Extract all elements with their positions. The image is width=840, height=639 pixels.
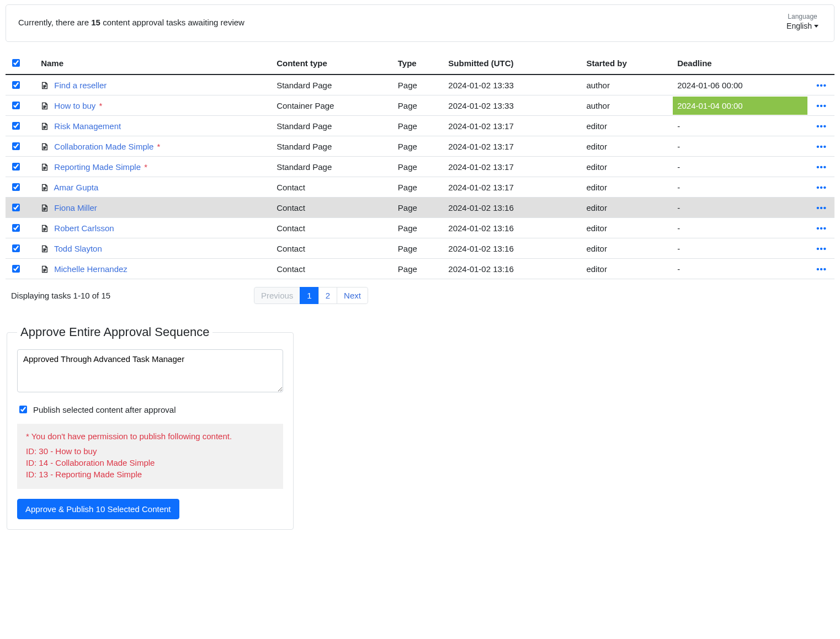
cell-deadline: - <box>673 116 807 136</box>
tasks-table: Name Content type Type Submitted (UTC) S… <box>6 52 834 279</box>
table-row: Fiona Miller Contact Page 2024-01-02 13:… <box>6 198 834 218</box>
cell-content-type: Contact <box>272 218 394 238</box>
cell-deadline: - <box>673 136 807 157</box>
item-link[interactable]: Reporting Made Simple <box>54 162 141 172</box>
cell-deadline: - <box>673 157 807 177</box>
warning-item: ID: 30 - How to buy <box>26 446 274 456</box>
cell-content-type: Contact <box>272 259 394 279</box>
publish-after-approval-label[interactable]: Publish selected content after approval <box>33 405 176 414</box>
flag-marker: * <box>157 142 161 151</box>
row-checkbox[interactable] <box>12 224 20 232</box>
row-actions-button[interactable]: ••• <box>812 81 830 90</box>
column-content-type[interactable]: Content type <box>272 52 394 74</box>
cell-deadline: - <box>673 218 807 238</box>
pager-page-1[interactable]: 1 <box>300 287 318 304</box>
cell-deadline: - <box>673 238 807 259</box>
row-checkbox[interactable] <box>12 183 20 191</box>
cell-type: Page <box>394 136 444 157</box>
cell-submitted: 2024-01-02 13:16 <box>444 259 582 279</box>
cell-type: Page <box>394 238 444 259</box>
approve-publish-button[interactable]: Approve & Publish 10 Selected Content <box>17 499 179 519</box>
cell-deadline: 2024-01-06 00:00 <box>673 74 807 95</box>
row-actions-button[interactable]: ••• <box>812 244 830 253</box>
table-row: Risk Management Standard Page Page 2024-… <box>6 116 834 136</box>
select-all-checkbox[interactable] <box>12 59 20 67</box>
row-checkbox[interactable] <box>12 204 20 211</box>
table-row: Reporting Made Simple * Standard Page Pa… <box>6 157 834 177</box>
row-actions-button[interactable]: ••• <box>812 223 830 233</box>
row-checkbox[interactable] <box>12 142 20 150</box>
deadline-value: 2024-01-04 00:00 <box>673 97 807 115</box>
summary-suffix: content approval tasks awaiting review <box>100 18 244 27</box>
cell-submitted: 2024-01-02 13:33 <box>444 74 582 95</box>
warning-item: ID: 13 - Reporting Made Simple <box>26 470 274 479</box>
row-checkbox[interactable] <box>12 102 20 109</box>
row-actions-button[interactable]: ••• <box>812 264 830 274</box>
column-deadline[interactable]: Deadline <box>673 52 807 74</box>
item-link[interactable]: Find a reseller <box>54 81 107 90</box>
cell-type: Page <box>394 218 444 238</box>
publish-after-approval-checkbox[interactable] <box>19 406 27 413</box>
row-actions-button[interactable]: ••• <box>812 183 830 192</box>
item-link[interactable]: Amar Gupta <box>54 183 98 192</box>
row-checkbox[interactable] <box>12 163 20 171</box>
deadline-value: - <box>677 183 680 192</box>
pager-status: Displaying tasks 1-10 of 15 <box>11 291 232 300</box>
column-checkbox <box>6 52 36 74</box>
item-link[interactable]: Risk Management <box>54 121 121 131</box>
column-submitted[interactable]: Submitted (UTC) <box>444 52 582 74</box>
item-link[interactable]: Robert Carlsson <box>54 223 114 233</box>
cell-submitted: 2024-01-02 13:16 <box>444 198 582 218</box>
cell-content-type: Standard Page <box>272 116 394 136</box>
row-checkbox[interactable] <box>12 81 20 89</box>
approval-comment-input[interactable] <box>17 349 283 392</box>
row-actions-button[interactable]: ••• <box>812 101 830 110</box>
row-checkbox[interactable] <box>12 122 20 130</box>
cell-started-by: editor <box>582 116 673 136</box>
cell-content-type: Standard Page <box>272 157 394 177</box>
item-link[interactable]: Fiona Miller <box>54 203 97 212</box>
column-actions <box>807 52 834 74</box>
pager-previous[interactable]: Previous <box>254 287 300 304</box>
deadline-value: - <box>677 244 680 253</box>
cell-deadline: 2024-01-04 00:00 <box>673 95 807 116</box>
column-name[interactable]: Name <box>36 52 272 74</box>
table-row: Find a reseller Standard Page Page 2024-… <box>6 74 834 95</box>
item-link[interactable]: How to buy <box>54 101 95 110</box>
row-actions-button[interactable]: ••• <box>812 142 830 151</box>
cell-content-type: Contact <box>272 198 394 218</box>
cell-content-type: Contact <box>272 177 394 198</box>
table-row: How to buy * Container Page Page 2024-01… <box>6 95 834 116</box>
page-icon <box>41 245 49 253</box>
column-type[interactable]: Type <box>394 52 444 74</box>
page-icon <box>41 143 49 151</box>
cell-content-type: Standard Page <box>272 74 394 95</box>
language-toggle[interactable]: English <box>783 20 822 31</box>
row-actions-button[interactable]: ••• <box>812 162 830 172</box>
cell-started-by: editor <box>582 259 673 279</box>
row-checkbox[interactable] <box>12 244 20 252</box>
cell-content-type: Standard Page <box>272 136 394 157</box>
pager-next[interactable]: Next <box>337 287 368 304</box>
cell-deadline: - <box>673 259 807 279</box>
summary-text: Currently, there are 15 content approval… <box>18 18 244 27</box>
summary-prefix: Currently, there are <box>18 18 91 27</box>
page-icon <box>41 82 49 89</box>
row-actions-button[interactable]: ••• <box>812 203 830 212</box>
cell-type: Page <box>394 74 444 95</box>
language-label: Language <box>783 13 822 20</box>
item-link[interactable]: Michelle Hernandez <box>54 264 127 274</box>
cell-submitted: 2024-01-02 13:16 <box>444 218 582 238</box>
cell-started-by: editor <box>582 177 673 198</box>
pager-page-2[interactable]: 2 <box>318 287 337 304</box>
column-started-by[interactable]: Started by <box>582 52 673 74</box>
warning-heading: * You don't have permission to publish f… <box>26 432 274 441</box>
row-actions-button[interactable]: ••• <box>812 121 830 131</box>
cell-content-type: Contact <box>272 238 394 259</box>
item-link[interactable]: Todd Slayton <box>54 244 102 253</box>
item-link[interactable]: Collaboration Made Simple <box>54 142 153 151</box>
row-checkbox[interactable] <box>12 265 20 273</box>
page-icon <box>41 184 49 191</box>
page-icon <box>41 265 49 273</box>
language-selector[interactable]: Language English <box>783 13 822 31</box>
